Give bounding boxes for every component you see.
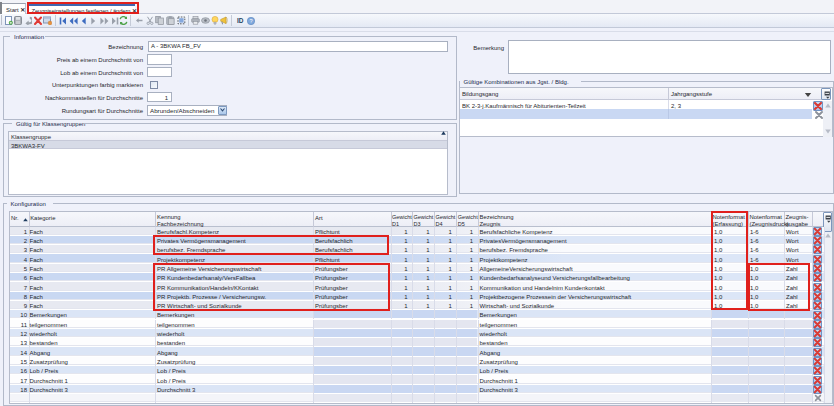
svg-text:?: ? bbox=[249, 18, 252, 24]
